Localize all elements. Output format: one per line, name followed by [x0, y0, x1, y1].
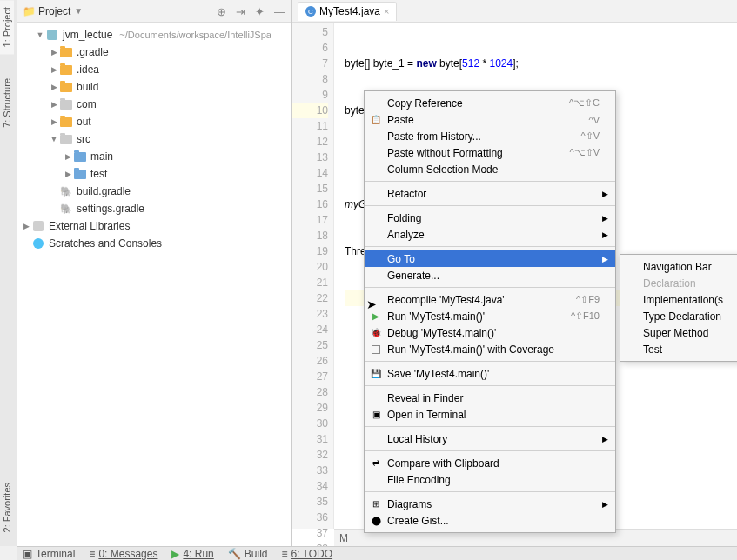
- tree-item-main[interactable]: ▶main: [17, 148, 291, 165]
- bottom-run[interactable]: ▶4: Run: [171, 548, 213, 560]
- gutter-line-16[interactable]: 16: [292, 197, 328, 212]
- gutter-line-35[interactable]: 35: [292, 494, 328, 510]
- gutter-line-12[interactable]: 12: [292, 134, 328, 150]
- menu-item-run-mytest4-main[interactable]: ▶Run 'MyTest4.main()'^⇧F10: [365, 308, 615, 324]
- expand-arrow-icon[interactable]: ▶: [49, 100, 59, 109]
- expand-arrow-icon[interactable]: ▼: [49, 135, 59, 143]
- menu-item-paste-without-formatting[interactable]: Paste without Formatting^⌥⇧V: [365, 144, 615, 161]
- tree-item--idea[interactable]: ▶.idea: [17, 61, 291, 78]
- gutter-line-29[interactable]: 29: [292, 400, 328, 416]
- settings-icon[interactable]: ✦: [255, 5, 267, 17]
- gutter-line-34[interactable]: 34: [292, 478, 328, 494]
- menu-item-open-in-terminal[interactable]: ▣Open in Terminal: [365, 406, 615, 423]
- expand-arrow-icon[interactable]: ▶: [63, 152, 73, 161]
- gutter-line-5[interactable]: 5: [292, 24, 328, 40]
- menu-item-reveal-in-finder[interactable]: Reveal in Finder: [365, 390, 615, 406]
- expand-arrow-icon[interactable]: ▶: [49, 117, 59, 126]
- menu-item-create-gist[interactable]: ⬤Create Gist...: [365, 512, 615, 529]
- gutter-line-36[interactable]: 36: [292, 510, 328, 525]
- tree-item-out[interactable]: ▶out: [17, 113, 291, 130]
- gutter-line-28[interactable]: 28: [292, 384, 328, 400]
- menu-item-refactor[interactable]: Refactor▶: [365, 185, 615, 202]
- bottom-build[interactable]: 🔨Build: [228, 548, 268, 560]
- menu-item-copy-reference[interactable]: Copy Reference^⌥⇧C: [365, 95, 615, 111]
- gutter-line-10[interactable]: 10: [292, 103, 328, 118]
- gutter-line-25[interactable]: 25: [292, 337, 328, 353]
- gutter-line-14[interactable]: 14: [292, 165, 328, 181]
- close-tab-icon[interactable]: ×: [384, 6, 389, 17]
- tree-scratches[interactable]: Scratches and Consoles: [17, 235, 291, 252]
- bottom-messages[interactable]: ≡0: Messages: [89, 548, 157, 560]
- gutter-line-18[interactable]: 18: [292, 228, 328, 243]
- expand-arrow-icon[interactable]: ▶: [49, 65, 59, 74]
- menu-item-diagrams[interactable]: ⊞Diagrams▶: [365, 496, 615, 512]
- menu-item-generate[interactable]: Generate...: [365, 267, 615, 283]
- gutter-line-20[interactable]: 20: [292, 259, 328, 275]
- tree-item--gradle[interactable]: ▶.gradle: [17, 43, 291, 61]
- hide-icon[interactable]: —: [274, 5, 286, 17]
- expand-arrow-icon[interactable]: ▶: [63, 170, 73, 178]
- gutter-line-33[interactable]: 33: [292, 463, 328, 478]
- menu-item-column-selection-mode[interactable]: Column Selection Mode: [365, 161, 615, 177]
- breadcrumb-item[interactable]: M: [339, 532, 348, 544]
- tab-favorites[interactable]: 2: Favorites: [0, 476, 14, 539]
- gutter-line-22[interactable]: 22: [292, 290, 328, 306]
- tree-project-root[interactable]: ▼ jvm_lectue ~/Documents/workspace/Intel…: [17, 26, 291, 43]
- menu-item-paste-from-history[interactable]: Paste from History...^⇧V: [365, 128, 615, 144]
- tree-item-com[interactable]: ▶com: [17, 96, 291, 113]
- tree-item-settings-gradle[interactable]: 🐘settings.gradle: [17, 200, 291, 217]
- gutter-line-26[interactable]: 26: [292, 353, 328, 369]
- tree-item-src[interactable]: ▼src: [17, 130, 291, 148]
- collapse-icon[interactable]: ⇥: [236, 5, 248, 17]
- gutter-line-9[interactable]: 9: [292, 87, 328, 103]
- bottom-todo[interactable]: ≡6: TODO: [281, 548, 332, 560]
- expand-arrow-icon[interactable]: ▶: [49, 83, 59, 91]
- tab-structure[interactable]: 7: Structure: [0, 71, 14, 135]
- gutter-line-27[interactable]: 27: [292, 369, 328, 384]
- gutter-line-19[interactable]: 19: [292, 243, 328, 259]
- gutter-line-11[interactable]: 11: [292, 118, 328, 134]
- gutter-line-7[interactable]: 7: [292, 56, 328, 71]
- bottom-terminal[interactable]: ▣Terminal: [23, 548, 75, 560]
- gutter-line-6[interactable]: 6: [292, 40, 328, 56]
- tree-item-test[interactable]: ▶test: [17, 165, 291, 183]
- menu-item-run-mytest4-main-with-coverage[interactable]: Run 'MyTest4.main()' with Coverage: [365, 341, 615, 357]
- locate-icon[interactable]: ⊕: [217, 5, 229, 17]
- expand-arrow-icon[interactable]: ▶: [21, 222, 31, 230]
- menu-item-test[interactable]: Test: [620, 341, 737, 357]
- gutter-line-21[interactable]: 21: [292, 275, 328, 290]
- expand-arrow-icon[interactable]: ▼: [35, 30, 45, 39]
- menu-item-type-declaration[interactable]: Type Declaration: [620, 308, 737, 324]
- gutter-line-13[interactable]: 13: [292, 150, 328, 165]
- expand-arrow-icon[interactable]: ▶: [49, 48, 59, 57]
- panel-view-dropdown[interactable]: ▼: [74, 6, 83, 16]
- menu-item-navigation-bar[interactable]: Navigation Bar: [620, 258, 737, 275]
- gutter-line-23[interactable]: 23: [292, 306, 328, 322]
- gutter-line-30[interactable]: 30: [292, 416, 328, 431]
- menu-item-recompile-mytest4-java[interactable]: Recompile 'MyTest4.java'^⇧F9: [365, 291, 615, 308]
- gutter-line-24[interactable]: 24: [292, 322, 328, 337]
- menu-item-compare-with-clipboard[interactable]: ⇄Compare with Clipboard: [365, 455, 615, 471]
- gutter-line-37[interactable]: 37: [292, 525, 328, 541]
- gutter-line-15[interactable]: 15: [292, 181, 328, 197]
- menu-item-analyze[interactable]: Analyze▶: [365, 226, 615, 243]
- gutter-line-32[interactable]: 32: [292, 447, 328, 463]
- menu-item-local-history[interactable]: Local History▶: [365, 430, 615, 447]
- menu-item-go-to[interactable]: Go To▶: [365, 250, 615, 267]
- menu-item-super-method[interactable]: Super Method: [620, 324, 737, 341]
- tree-item-build[interactable]: ▶build: [17, 78, 291, 96]
- menu-item-file-encoding[interactable]: File Encoding: [365, 471, 615, 488]
- menu-item-debug-mytest4-main[interactable]: 🐞Debug 'MyTest4.main()': [365, 324, 615, 341]
- gutter-line-17[interactable]: 17: [292, 212, 328, 228]
- gutter-line-8[interactable]: 8: [292, 71, 328, 87]
- editor-gutter[interactable]: 5678910111213141516171819202122232425262…: [292, 23, 334, 529]
- menu-item-save-mytest4-main[interactable]: 💾Save 'MyTest4.main()': [365, 365, 615, 382]
- tree-item-build-gradle[interactable]: 🐘build.gradle: [17, 183, 291, 200]
- menu-item-paste[interactable]: 📋Paste^V: [365, 111, 615, 128]
- menu-item-folding[interactable]: Folding▶: [365, 210, 615, 226]
- gutter-line-31[interactable]: 31: [292, 431, 328, 447]
- tab-project[interactable]: 1: Project: [0, 0, 14, 54]
- tree-external-libraries[interactable]: ▶ External Libraries: [17, 217, 291, 235]
- editor-tab-mytest4[interactable]: C MyTest4.java ×: [298, 2, 397, 21]
- menu-item-implementation-s[interactable]: Implementation(s: [620, 291, 737, 308]
